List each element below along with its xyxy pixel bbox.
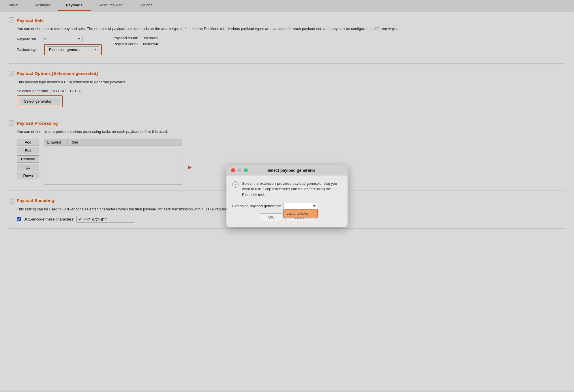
modal-maximize-button[interactable] [244, 168, 248, 172]
modal-title: Select payload generator [250, 168, 333, 173]
extension-generator-select[interactable]: captcha-killer [283, 203, 318, 209]
ok-button[interactable]: OK [260, 213, 282, 221]
modal-generator-row: Extension payload generator: captcha-kil… [232, 203, 318, 209]
modal-select-wrap: captcha-killer captcha-killer [283, 203, 318, 209]
generator-dropdown: captcha-killer [283, 209, 318, 218]
modal-close-button[interactable] [231, 168, 235, 172]
captcha-killer-option[interactable]: captcha-killer [284, 210, 318, 217]
modal-overlay[interactable]: Select payload generator ? Select the ex… [0, 0, 574, 391]
modal-form-row: Extension payload generator: captcha-kil… [232, 203, 342, 209]
modal-desc-row: ? Select the extension-provided payload … [232, 181, 342, 198]
modal-help-icon[interactable]: ? [232, 181, 239, 188]
modal-dialog: Select payload generator ? Select the ex… [226, 165, 348, 227]
modal-minimize-button[interactable] [237, 168, 241, 172]
modal-body: ? Select the extension-provided payload … [226, 176, 348, 227]
modal-titlebar: Select payload generator [226, 165, 348, 176]
modal-description: Select the extension-provided payload ge… [242, 181, 342, 198]
modal-generator-label: Extension payload generator: [232, 204, 281, 208]
